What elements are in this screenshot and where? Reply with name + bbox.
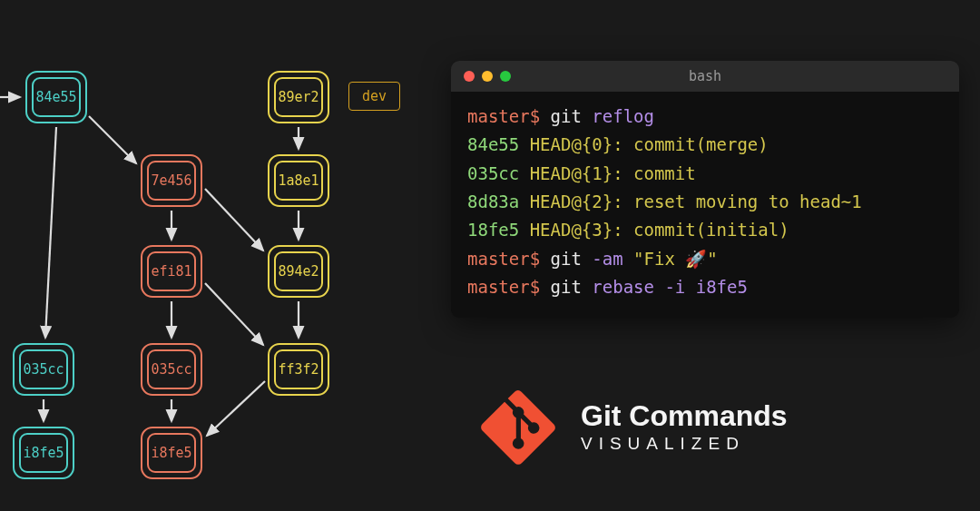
commit-hash: 035cc xyxy=(151,361,191,378)
brand-title: Git Commands xyxy=(581,401,788,432)
terminal-line: master$ git -am "Fix 🚀" xyxy=(467,245,943,273)
brand-text: Git Commands VISUALIZED xyxy=(581,401,788,454)
branch-tag-dev: dev xyxy=(348,82,400,111)
svg-line-7 xyxy=(205,189,263,251)
terminal-line: master$ git rebase -i i8fe5 xyxy=(467,273,943,301)
terminal-window: bash master$ git reflog 84e55 HEAD@{0}: … xyxy=(451,61,959,318)
commit-node: 7e456 xyxy=(141,154,202,207)
commit-hash: ff3f2 xyxy=(278,361,318,378)
svg-line-8 xyxy=(205,283,263,345)
cmd: git xyxy=(551,277,582,297)
commit-hash: 89er2 xyxy=(278,89,318,105)
cmd-arg: reflog xyxy=(592,106,654,126)
terminal-title: bash xyxy=(689,68,721,84)
cmd-string: "Fix 🚀" xyxy=(633,249,718,269)
reflog-line: 035cc HEAD@{1}: commit xyxy=(467,160,943,188)
commit-hash: 035cc xyxy=(23,361,64,378)
commit-hash: 1a8e1 xyxy=(278,172,318,189)
svg-line-3 xyxy=(89,116,136,163)
commit-node: 84e55 xyxy=(25,71,87,123)
cmd-arg: -i i8fe5 xyxy=(664,277,748,297)
commit-node: ff3f2 xyxy=(268,343,329,396)
terminal-line: master$ git reflog xyxy=(467,103,943,131)
reflog-line: 8d83a HEAD@{2}: reset moving to head~1 xyxy=(467,188,943,216)
commit-hash: 894e2 xyxy=(278,263,318,280)
commit-hash: 84e55 xyxy=(35,89,76,105)
commit-node: efi81 xyxy=(141,245,202,298)
maximize-icon[interactable] xyxy=(500,71,511,82)
commit-node: 89er2 xyxy=(268,71,329,123)
commit-hash: i8fe5 xyxy=(151,445,191,461)
svg-line-12 xyxy=(207,381,265,436)
brand-subtitle: VISUALIZED xyxy=(581,434,788,454)
prompt: master$ xyxy=(467,277,540,297)
cmd: git xyxy=(551,249,582,269)
minimize-icon[interactable] xyxy=(482,71,493,82)
reflog-line: 84e55 HEAD@{0}: commit(merge) xyxy=(467,131,943,159)
cmd-arg: rebase xyxy=(592,277,654,297)
commit-node: i8fe5 xyxy=(13,427,74,479)
prompt: master$ xyxy=(467,106,540,126)
terminal-body: master$ git reflog 84e55 HEAD@{0}: commi… xyxy=(451,92,959,318)
commit-hash: efi81 xyxy=(151,263,191,280)
brand-block: Git Commands VISUALIZED xyxy=(481,390,788,465)
svg-line-1 xyxy=(45,127,56,338)
commit-hash: 7e456 xyxy=(151,172,191,189)
commit-node: 035cc xyxy=(13,343,74,396)
commit-node: 035cc xyxy=(141,343,202,396)
prompt: master$ xyxy=(467,249,540,269)
git-logo-icon xyxy=(481,390,555,465)
commit-hash: i8fe5 xyxy=(23,445,64,461)
commit-node: i8fe5 xyxy=(141,427,202,479)
cmd: git xyxy=(551,106,582,126)
commit-node: 1a8e1 xyxy=(268,154,329,207)
commit-graph: 84e55 035cc i8fe5 7e456 efi81 035cc i8fe… xyxy=(0,0,454,511)
reflog-line: 18fe5 HEAD@{3}: commit(initial) xyxy=(467,216,943,244)
commit-node: 894e2 xyxy=(268,245,329,298)
close-icon[interactable] xyxy=(464,71,475,82)
window-controls xyxy=(451,71,511,82)
cmd-flag: -am xyxy=(592,249,622,269)
terminal-titlebar: bash xyxy=(451,61,959,92)
